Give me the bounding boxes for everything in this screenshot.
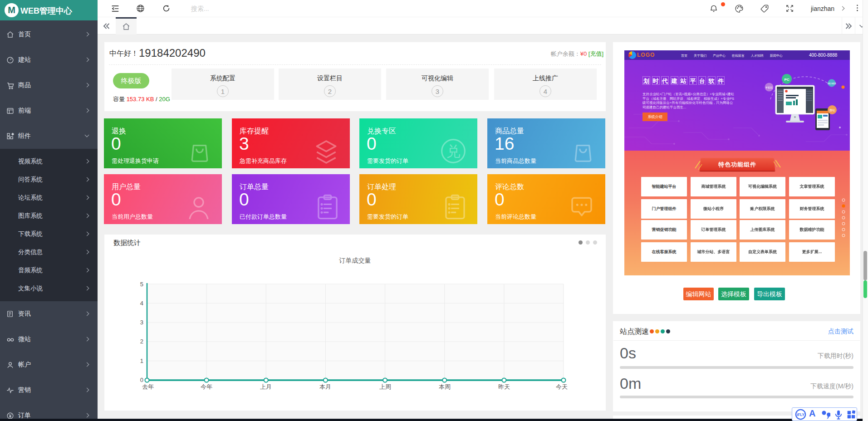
svg-text:本周: 本周	[439, 383, 451, 390]
svg-text:1: 1	[140, 357, 143, 364]
svg-text:PC: PC	[784, 78, 789, 82]
svg-text:手机站: 手机站	[765, 86, 773, 89]
svg-text:昨天: 昨天	[498, 383, 510, 390]
svg-text:上周: 上周	[379, 383, 391, 390]
svg-text:5: 5	[140, 281, 143, 288]
svg-text:本月: 本月	[319, 383, 331, 390]
svg-text:今年: 今年	[201, 383, 212, 390]
svg-text:2: 2	[140, 338, 143, 345]
svg-text:0: 0	[140, 377, 143, 383]
svg-text:上月: 上月	[260, 383, 272, 390]
svg-text:3: 3	[140, 319, 143, 326]
svg-text:去年: 去年	[142, 383, 154, 390]
svg-text:今天: 今天	[556, 383, 568, 390]
svg-text:兑: 兑	[446, 143, 460, 159]
svg-text:WE-WEB: WE-WEB	[828, 83, 836, 85]
svg-text:微站: 微站	[829, 108, 835, 112]
svg-text:4: 4	[140, 300, 143, 307]
svg-text:iFLY: iFLY	[797, 413, 804, 417]
